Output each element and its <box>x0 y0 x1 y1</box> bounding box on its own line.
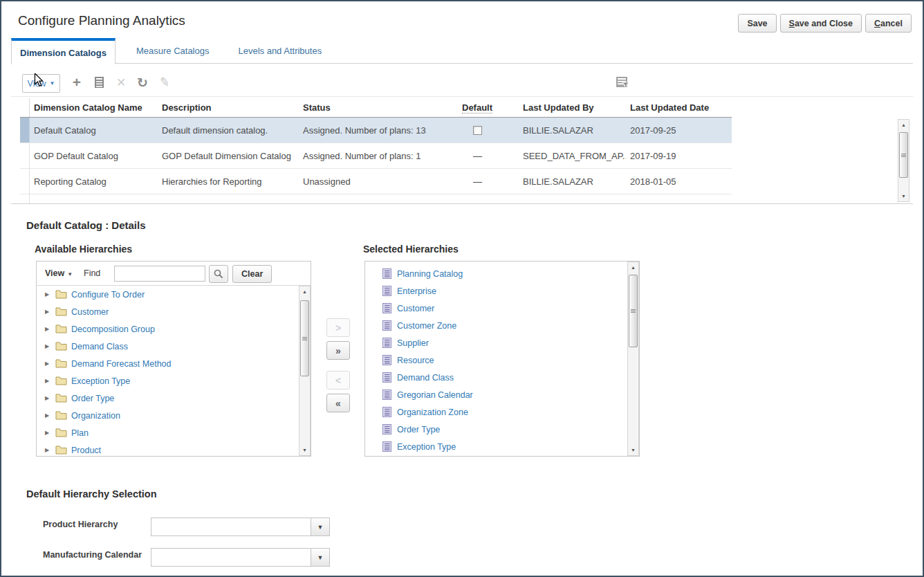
expand-arrow-icon[interactable]: ▶ <box>45 395 51 401</box>
product-hierarchy-input[interactable] <box>151 518 311 536</box>
expand-arrow-icon[interactable]: ▶ <box>45 309 51 315</box>
add-catalog-button[interactable]: + <box>68 74 85 91</box>
tab-levels-and-attributes[interactable]: Levels and Attributes <box>230 38 330 64</box>
tree-item[interactable]: ▶Decomposition Group <box>37 320 299 338</box>
scroll-up-icon[interactable]: ▲ <box>628 262 638 273</box>
list-scrollbar[interactable]: ▲ ▼ <box>627 262 639 456</box>
available-hierarchies-heading: Available Hierarchies <box>35 244 132 255</box>
list-item[interactable]: Gregorian Calendar <box>365 386 627 403</box>
list-item[interactable]: Customer Zone <box>365 317 627 334</box>
expand-arrow-icon[interactable]: ▶ <box>45 343 51 349</box>
expand-arrow-icon[interactable]: ▶ <box>45 291 51 297</box>
scroll-down-icon[interactable]: ▼ <box>628 445 638 455</box>
scrollbar-thumb[interactable] <box>629 275 638 347</box>
tree-item[interactable]: ▶Exception Type <box>37 372 299 390</box>
list-item[interactable]: Plan <box>365 455 627 456</box>
list-item[interactable]: Enterprise <box>365 282 627 300</box>
selected-hierarchies-panel: Planning Catalog Enterprise Customer Cus… <box>364 261 640 457</box>
table-row-reporting-catalog[interactable]: Reporting Catalog Hierarchies for Report… <box>20 169 732 194</box>
list-item[interactable]: Organization Zone <box>365 403 627 421</box>
product-hierarchy-combobox: ▼ <box>151 518 330 536</box>
refresh-button[interactable]: ↻ <box>134 74 151 91</box>
available-hierarchies-tree: ▶Configure To Order ▶Customer ▶Decomposi… <box>37 286 299 456</box>
list-item[interactable]: Resource <box>365 351 627 369</box>
hierarchy-icon <box>382 372 391 383</box>
tree-item[interactable]: ▶Product <box>37 441 299 456</box>
expand-arrow-icon[interactable]: ▶ <box>45 326 51 332</box>
scrollbar-thumb[interactable] <box>300 300 309 376</box>
delete-icon: ✕ <box>116 75 126 90</box>
scrollbar-thumb[interactable] <box>899 132 908 178</box>
product-hierarchy-label: Product Hierarchy <box>43 520 118 529</box>
expand-arrow-icon[interactable]: ▶ <box>45 430 51 436</box>
product-hierarchy-dropdown-button[interactable]: ▼ <box>311 518 330 536</box>
move-selected-button[interactable]: > <box>326 318 350 337</box>
save-and-close-button[interactable]: Save and Close <box>780 14 862 33</box>
tree-item[interactable]: ▶Configure To Order <box>37 286 299 303</box>
remove-all-button[interactable]: « <box>326 394 350 412</box>
cancel-button[interactable]: Cancel <box>865 14 912 33</box>
remove-selected-button[interactable]: < <box>326 371 350 390</box>
scroll-down-icon[interactable]: ▼ <box>898 191 909 201</box>
col-status[interactable]: Status <box>299 98 458 117</box>
tree-item[interactable]: ▶Demand Class <box>37 338 299 355</box>
tab-dimension-catalogs[interactable]: Dimension Catalogs <box>11 38 115 64</box>
save-button[interactable]: Save <box>738 14 776 33</box>
folder-icon <box>55 376 67 385</box>
selected-hierarchies-heading: Selected Hierarchies <box>363 244 459 255</box>
clear-button[interactable]: Clear <box>232 265 272 283</box>
col-description[interactable]: Description <box>158 98 299 117</box>
scroll-up-icon[interactable]: ▲ <box>898 120 909 130</box>
default-checkbox[interactable] <box>473 126 482 135</box>
tab-measure-catalogs[interactable]: Measure Catalogs <box>128 38 218 64</box>
table-scrollbar[interactable]: ▲ ▼ <box>898 119 909 202</box>
find-input[interactable] <box>114 266 205 282</box>
hierarchy-icon <box>382 424 391 434</box>
tree-item[interactable]: ▶Plan <box>37 424 299 441</box>
list-item[interactable]: Exception Type <box>365 438 627 455</box>
query-by-example-button[interactable] <box>614 74 631 91</box>
catalog-table: Default Catalog Default dimension catalo… <box>20 118 732 203</box>
hierarchy-icon <box>382 355 391 365</box>
manufacturing-calendar-input[interactable] <box>151 548 311 567</box>
folder-icon <box>55 342 67 351</box>
mouse-cursor <box>33 73 44 87</box>
expand-arrow-icon[interactable]: ▶ <box>45 378 51 384</box>
expand-arrow-icon[interactable]: ▶ <box>45 447 51 453</box>
tree-view-menu-button[interactable]: View▼ <box>45 268 73 278</box>
tree-item[interactable]: ▶Demand Forecast Method <box>37 355 299 372</box>
tree-item[interactable]: ▶Order Type <box>37 390 299 407</box>
folder-icon <box>55 428 67 437</box>
delete-catalog-button[interactable]: ✕ <box>113 74 129 91</box>
list-item[interactable]: Supplier <box>365 334 627 351</box>
filter-table-icon <box>616 76 629 89</box>
move-all-button[interactable]: » <box>326 341 350 360</box>
table-row-demo-catalog[interactable]: Demo Catalog Default Demonstration Catal… <box>20 194 732 203</box>
tree-scrollbar[interactable]: ▲ ▼ <box>299 286 311 456</box>
col-dimension-catalog-name[interactable]: Dimension Catalog Name <box>30 98 158 117</box>
list-item[interactable]: Planning Catalog <box>365 265 627 282</box>
list-item[interactable]: Customer <box>365 300 627 317</box>
duplicate-catalog-button[interactable] <box>91 74 107 91</box>
search-button[interactable] <box>209 265 228 283</box>
expand-arrow-icon[interactable]: ▶ <box>45 412 51 419</box>
manufacturing-calendar-dropdown-button[interactable]: ▼ <box>311 548 330 567</box>
tree-item[interactable]: ▶Customer <box>37 303 299 320</box>
edit-catalog-button[interactable]: ✎ <box>155 73 174 92</box>
hierarchy-icon <box>382 320 391 331</box>
list-item[interactable]: Demand Class <box>365 369 627 386</box>
selected-hierarchies-list: Planning Catalog Enterprise Customer Cus… <box>365 262 627 456</box>
scroll-up-icon[interactable]: ▲ <box>299 286 310 297</box>
tree-item[interactable]: ▶Organization <box>37 407 299 424</box>
list-item[interactable]: Order Type <box>365 421 627 438</box>
col-last-updated-date[interactable]: Last Updated Date <box>626 98 732 117</box>
folder-icon <box>55 307 67 316</box>
scroll-down-icon[interactable]: ▼ <box>299 445 310 455</box>
find-label: Find <box>84 268 100 278</box>
col-last-updated-by[interactable]: Last Updated By <box>519 98 626 117</box>
table-row-default-catalog[interactable]: Default Catalog Default dimension catalo… <box>20 118 732 143</box>
expand-arrow-icon[interactable]: ▶ <box>45 360 51 367</box>
configure-planning-analytics-page: Configure Planning Analytics Save Save a… <box>0 0 924 577</box>
col-default[interactable]: Default <box>458 98 519 117</box>
table-row-gop-default-catalog[interactable]: GOP Default Catalog GOP Default Dimensio… <box>20 143 732 169</box>
